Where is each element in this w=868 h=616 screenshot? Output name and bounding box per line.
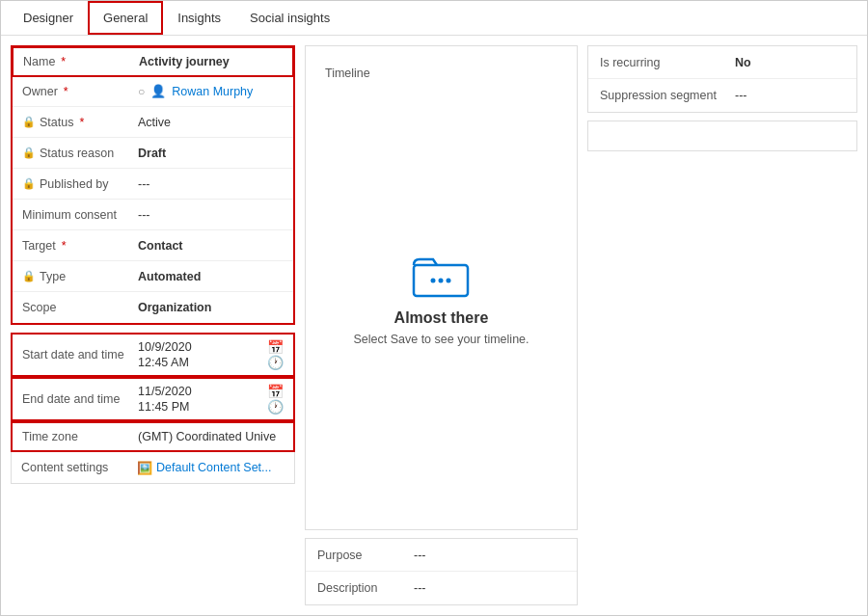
is-recurring-label: Is recurring [600, 56, 735, 69]
save-hint: Select Save to see your timeline. [353, 333, 529, 346]
status-row: 🔒 Status * Active [13, 107, 293, 138]
main-content: Name * Activity journey Owner * ○ 👤 Rowa… [1, 36, 867, 615]
status-reason-row: 🔒 Status reason Draft [13, 138, 293, 169]
tab-designer[interactable]: Designer [9, 2, 88, 34]
folder-icon-container: Almost there Select Save to see your tim… [353, 88, 529, 510]
bottom-form-card: Start date and time 10/9/2020 📅 12:45 AM… [11, 333, 295, 484]
timeline-label: Timeline [325, 67, 370, 80]
type-row: 🔒 Type Automated [13, 261, 293, 292]
is-recurring-value: No [735, 56, 751, 69]
suppression-segment-value: --- [735, 89, 747, 102]
start-date-label: Start date and time [22, 348, 138, 362]
minimum-consent-row: Minimum consent --- [13, 200, 293, 230]
content-settings-label: Content settings [21, 461, 137, 474]
tab-insights[interactable]: Insights [163, 2, 235, 34]
published-by-row: 🔒 Published by --- [13, 169, 293, 200]
description-row: Description --- [306, 572, 577, 604]
lock-icon-status-reason: 🔒 [22, 147, 36, 159]
owner-value[interactable]: ○ 👤 Rowan Murphy [138, 84, 284, 98]
status-reason-value: Draft [138, 147, 284, 160]
type-value: Automated [138, 270, 284, 283]
end-time-clock-icon[interactable]: 🕐 [267, 399, 284, 415]
empty-card [587, 121, 857, 151]
scope-label: Scope [22, 301, 138, 314]
content-settings-value[interactable]: 🖼️ Default Content Set... [137, 461, 272, 475]
start-time-clock-icon[interactable]: 🕐 [267, 355, 284, 370]
status-reason-label: 🔒 Status reason [22, 147, 138, 160]
suppression-segment-row: Suppression segment --- [588, 79, 856, 112]
purpose-row: Purpose --- [306, 539, 577, 572]
suppression-segment-label: Suppression segment [600, 89, 735, 102]
purpose-value: --- [414, 549, 426, 562]
target-row: Target * Contact [13, 230, 293, 261]
timezone-label: Time zone [22, 430, 138, 443]
description-label: Description [317, 581, 414, 595]
status-value: Active [138, 116, 284, 129]
tab-bar: Designer General Insights Social insight… [1, 1, 867, 36]
type-label: 🔒 Type [22, 270, 138, 283]
published-by-label: 🔒 Published by [22, 177, 138, 191]
minimum-consent-label: Minimum consent [22, 208, 138, 222]
owner-label: Owner * [22, 85, 138, 98]
scope-value: Organization [138, 301, 284, 314]
timezone-row: Time zone (GMT) Coordinated Unive [11, 421, 295, 452]
status-label: 🔒 Status * [22, 116, 138, 129]
name-value: Activity journey [139, 55, 283, 68]
target-label: Target * [22, 239, 138, 253]
tab-general[interactable]: General [88, 1, 163, 35]
recurring-card: Is recurring No Suppression segment --- [587, 45, 857, 113]
end-date-label: End date and time [22, 392, 138, 406]
name-label: Name * [23, 55, 139, 68]
end-date-value: 11/5/2020 📅 11:45 PM 🕐 [138, 384, 284, 415]
lock-icon-published: 🔒 [22, 177, 36, 190]
target-value: Contact [138, 239, 284, 253]
top-form-card: Name * Activity journey Owner * ○ 👤 Rowa… [11, 45, 295, 325]
minimum-consent-value: --- [138, 208, 284, 222]
name-row: Name * Activity journey [12, 46, 294, 77]
content-settings-icon: 🖼️ [137, 461, 152, 475]
svg-point-3 [447, 279, 451, 283]
content-settings-row: Content settings 🖼️ Default Content Set.… [12, 452, 294, 483]
svg-point-2 [439, 279, 444, 283]
app-container: Designer General Insights Social insight… [0, 0, 868, 616]
lock-icon-status: 🔒 [22, 116, 36, 128]
folder-icon [412, 252, 470, 300]
description-value: --- [414, 581, 426, 595]
purpose-label: Purpose [317, 549, 414, 562]
end-date-calendar-icon[interactable]: 📅 [267, 384, 284, 399]
tab-social-insights[interactable]: Social insights [235, 2, 344, 34]
svg-point-1 [431, 279, 436, 283]
middle-panel: Timeline Almost there Select Save to see… [305, 45, 578, 605]
timeline-card: Timeline Almost there Select Save to see… [305, 45, 578, 530]
timezone-value: (GMT) Coordinated Unive [138, 430, 284, 443]
start-date-row: Start date and time 10/9/2020 📅 12:45 AM… [11, 333, 295, 377]
start-date-calendar-icon[interactable]: 📅 [267, 339, 284, 355]
published-by-value: --- [138, 177, 284, 191]
almost-there-heading: Almost there [394, 309, 489, 327]
end-date-row: End date and time 11/5/2020 📅 11:45 PM 🕐 [11, 377, 295, 421]
purpose-card: Purpose --- Description --- [305, 538, 578, 605]
is-recurring-row: Is recurring No [588, 46, 856, 79]
start-date-value: 10/9/2020 📅 12:45 AM 🕐 [138, 339, 284, 370]
scope-row: Scope Organization [13, 292, 293, 323]
owner-row: Owner * ○ 👤 Rowan Murphy [13, 76, 293, 107]
person-icon: 👤 [150, 84, 166, 98]
right-panel: Is recurring No Suppression segment --- [587, 45, 857, 605]
lock-icon-type: 🔒 [22, 270, 36, 282]
left-panel: Name * Activity journey Owner * ○ 👤 Rowa… [11, 45, 295, 605]
owner-circle-icon: ○ [138, 85, 145, 98]
